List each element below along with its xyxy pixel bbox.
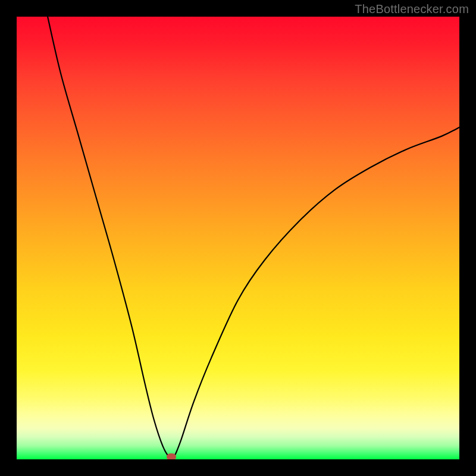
- minimum-marker: [167, 453, 176, 459]
- plot-area: [17, 17, 459, 459]
- outer-black-frame: TheBottlenecker.com: [0, 0, 476, 476]
- bottleneck-curve: [17, 17, 459, 459]
- watermark-text: TheBottlenecker.com: [355, 2, 469, 16]
